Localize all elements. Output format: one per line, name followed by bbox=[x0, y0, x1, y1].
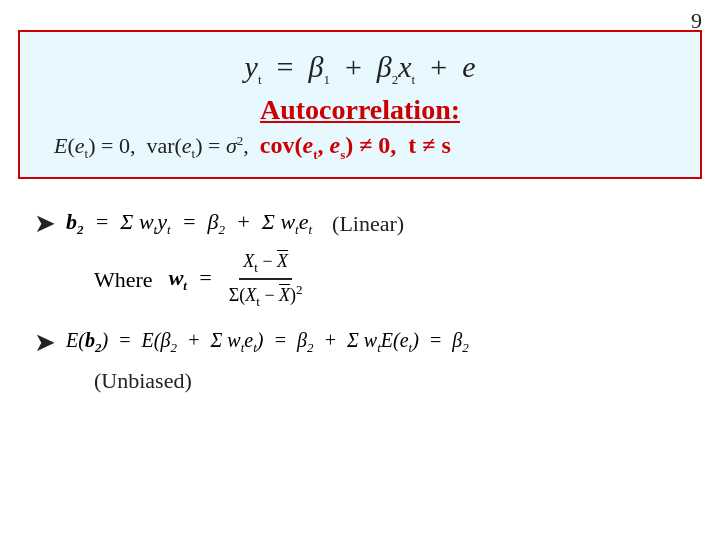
wt-eq-label: wt = bbox=[169, 265, 213, 294]
bullet2-row: ➤ E(b2) = E(β2 + Σ wtet) = β2 + Σ wtE(et… bbox=[34, 327, 686, 358]
main-equation: yt = β1 + β2xt + e bbox=[44, 50, 676, 88]
cov-term: cov(et, es) ≠ 0, t ≠ s bbox=[260, 132, 451, 158]
autocorrelation-title: Autocorrelation: bbox=[44, 94, 676, 126]
wt-numerator: Xt − X bbox=[239, 251, 292, 280]
unbiased-row: (Unbiased) bbox=[94, 368, 686, 394]
bullet2-icon: ➤ bbox=[34, 327, 56, 358]
header-box: yt = β1 + β2xt + e Autocorrelation: E(et… bbox=[18, 30, 702, 179]
where-row: Where wt = Xt − X Σ(Xt − X)2 bbox=[94, 251, 686, 309]
unbiased-label: (Unbiased) bbox=[94, 368, 192, 393]
where-label: Where bbox=[94, 267, 153, 293]
wt-fraction: Xt − X Σ(Xt − X)2 bbox=[221, 251, 307, 309]
eq-yt: yt = β1 + β2xt + e bbox=[245, 50, 476, 83]
wt-denominator: Σ(Xt − X)2 bbox=[225, 280, 307, 310]
eb2-formula: E(b2) = E(β2 + Σ wtet) = β2 + Σ wtE(et) … bbox=[66, 329, 469, 356]
content-area: ➤ b2 = Σ wtyt = β2 + Σ wtet (Linear) Whe… bbox=[18, 198, 702, 404]
bullet1-row: ➤ b2 = Σ wtyt = β2 + Σ wtet (Linear) bbox=[34, 208, 686, 239]
bullet1-icon: ➤ bbox=[34, 208, 56, 239]
b2-formula: b2 = Σ wtyt = β2 + Σ wtet bbox=[66, 209, 312, 238]
linear-label: (Linear) bbox=[332, 211, 404, 237]
condition-line: E(et) = 0, var(et) = σ2, cov(et, es) ≠ 0… bbox=[44, 132, 676, 163]
